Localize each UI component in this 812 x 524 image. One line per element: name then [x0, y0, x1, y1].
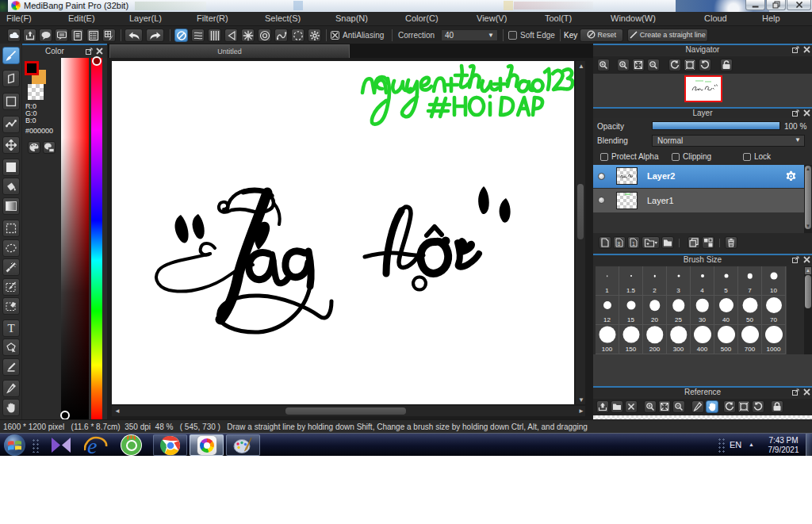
svg-text:8: 8: [618, 241, 621, 247]
svg-text:1: 1: [632, 241, 635, 247]
